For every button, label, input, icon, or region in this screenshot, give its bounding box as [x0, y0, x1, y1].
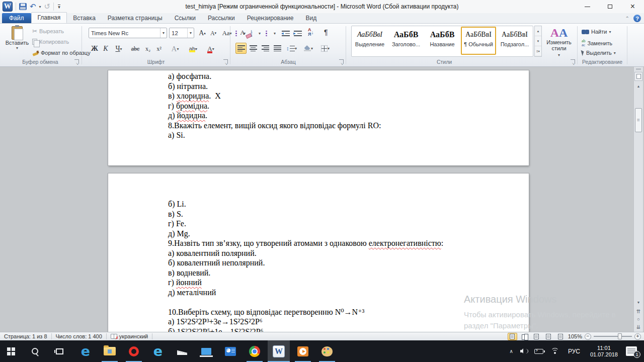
word-count[interactable]: Число слов: 1 400	[52, 332, 106, 340]
taskbar-internet-explorer[interactable]: e	[147, 340, 169, 362]
font-size-combobox[interactable]: 12▼	[169, 28, 194, 38]
vertical-scrollbar[interactable]: ▲ ▼ ⇈ ○ ⇊	[633, 67, 643, 332]
gallery-scroll-up-icon[interactable]: ▲	[535, 26, 541, 36]
style-tile-emphasis[interactable]: АаБбВвІ Выделение	[352, 27, 387, 55]
qat-customize-icon[interactable]: ▾	[58, 5, 60, 9]
show-paragraph-marks-button[interactable]: ¶	[324, 27, 328, 38]
undo-icon[interactable]: ↶	[30, 3, 36, 10]
start-button[interactable]	[0, 340, 22, 362]
input-language-indicator[interactable]: РУС	[563, 348, 585, 355]
taskbar-presentation-app[interactable]	[219, 340, 242, 362]
gallery-more-icon[interactable]: ≡▾	[535, 46, 541, 56]
font-family-combobox[interactable]: Times New Rc▼	[89, 28, 167, 38]
paragraph-dialog-launcher-icon[interactable]	[339, 59, 344, 64]
superscript-button[interactable]: x²	[154, 43, 164, 54]
scrollbar-thumb[interactable]	[635, 108, 642, 132]
text-highlight-button[interactable]: ab ▾	[185, 43, 201, 54]
select-browse-object-icon[interactable]: ○	[634, 315, 642, 323]
paste-button[interactable]: Вставить ▾	[4, 26, 30, 57]
font-dialog-launcher-icon[interactable]	[223, 59, 228, 64]
page-indicator[interactable]: Страница: 1 из 8	[0, 332, 51, 340]
bold-button[interactable]: Ж	[90, 43, 100, 54]
reading-view-button[interactable]	[520, 333, 529, 340]
taskbar-this-pc[interactable]	[195, 340, 217, 362]
taskbar-media-player[interactable]	[292, 340, 314, 362]
outline-view-button[interactable]	[544, 333, 553, 340]
wifi-icon[interactable]	[550, 348, 559, 354]
align-center-button[interactable]	[248, 43, 259, 54]
chevron-down-icon[interactable]: ▾	[120, 47, 122, 51]
align-left-button[interactable]	[235, 43, 247, 54]
tab-references[interactable]: Ссылки	[169, 13, 202, 23]
taskbar-search-button[interactable]	[24, 340, 46, 362]
draft-view-button[interactable]	[556, 333, 566, 340]
zoom-in-button[interactable]: +	[634, 333, 641, 340]
task-view-button[interactable]	[48, 340, 70, 362]
paste-dropdown-icon[interactable]: ▾	[4, 46, 30, 50]
next-page-icon[interactable]: ⇊	[634, 323, 642, 331]
taskbar-paint-app[interactable]	[316, 340, 338, 362]
taskbar-mail[interactable]	[171, 340, 193, 362]
chevron-down-icon[interactable]: ▼	[160, 28, 167, 38]
tab-file[interactable]: Файл	[2, 13, 31, 23]
justify-button[interactable]	[272, 43, 283, 54]
styles-dialog-launcher-icon[interactable]	[571, 59, 575, 64]
chevron-down-icon[interactable]: ▼	[187, 28, 194, 38]
replace-button[interactable]: abacЗаменить	[582, 39, 612, 47]
zoom-level[interactable]: 105%	[568, 333, 582, 339]
change-styles-button[interactable]: АА Изменить стили ▾	[543, 26, 575, 57]
print-layout-view-button[interactable]	[508, 333, 517, 340]
word-app-icon[interactable]: W	[3, 2, 13, 12]
borders-button[interactable]: ▾	[321, 43, 330, 54]
bullets-button[interactable]: ▾	[235, 28, 246, 39]
previous-page-icon[interactable]: ⇈	[634, 307, 642, 315]
style-tile-heading[interactable]: АаБбВ Заголово...	[388, 27, 424, 55]
proofing-status[interactable]: украинский	[107, 332, 152, 340]
format-painter-button[interactable]: Формат по образцу	[32, 50, 91, 56]
scroll-up-icon[interactable]: ▲	[634, 82, 642, 90]
split-handle[interactable]	[636, 68, 641, 70]
web-layout-view-button[interactable]	[532, 333, 541, 340]
taskbar-opera[interactable]	[123, 340, 145, 362]
tab-home[interactable]: Главная	[31, 12, 67, 23]
zoom-slider[interactable]	[594, 336, 632, 337]
taskbar-chrome[interactable]	[244, 340, 266, 362]
undo-dropdown-icon[interactable]: ▾	[39, 5, 41, 9]
strikethrough-button[interactable]: abc	[129, 43, 142, 54]
underline-button[interactable]: Ч▾	[112, 43, 126, 54]
clipboard-dialog-launcher-icon[interactable]	[74, 59, 79, 64]
tab-view[interactable]: Вид	[299, 13, 323, 23]
sort-button[interactable]: АЯ↓	[308, 27, 314, 38]
tab-page-layout[interactable]: Разметка страницы	[102, 13, 169, 23]
ruler-toggle-button[interactable]	[634, 72, 642, 81]
numbering-button[interactable]: 123▾	[251, 28, 261, 39]
zoom-slider-thumb[interactable]	[618, 333, 622, 339]
taskbar-edge[interactable]: e	[74, 340, 97, 362]
italic-button[interactable]: К	[101, 43, 111, 54]
tray-expand-icon[interactable]: ∧	[506, 348, 517, 354]
taskbar-file-explorer[interactable]	[99, 340, 121, 362]
subscript-button[interactable]: x₂	[143, 43, 153, 54]
chevron-down-icon[interactable]: ▾	[212, 47, 214, 51]
style-tile-title[interactable]: АаБбВ Название	[425, 27, 460, 55]
grow-font-button[interactable]: А▴	[197, 28, 207, 39]
volume-icon[interactable]	[520, 348, 528, 354]
close-button[interactable]: ×	[621, 0, 644, 13]
zoom-out-button[interactable]: −	[585, 333, 591, 340]
action-center-button[interactable]: 1	[626, 346, 637, 356]
tab-mailings[interactable]: Рассылки	[202, 13, 241, 23]
scroll-down-icon[interactable]: ▼	[634, 298, 642, 306]
increase-indent-button[interactable]	[294, 28, 302, 39]
multilevel-list-button[interactable]: ▾	[266, 28, 276, 39]
minimize-button[interactable]	[576, 0, 599, 13]
shrink-font-button[interactable]: А▾	[208, 28, 218, 39]
taskbar-word-active[interactable]: W	[268, 340, 290, 362]
restore-button[interactable]	[599, 0, 621, 13]
select-button[interactable]: Выделить▾	[582, 50, 616, 56]
gallery-scroll-down-icon[interactable]: ▼	[535, 36, 541, 46]
document-page-1[interactable]: а) фосфатна.б) нітратна.в) хлоридна. Хг)…	[108, 70, 529, 165]
save-icon[interactable]	[19, 3, 27, 10]
clock[interactable]: 11:01 01.07.2018	[585, 345, 623, 358]
chevron-down-icon[interactable]: ▾	[195, 47, 197, 51]
decrease-indent-button[interactable]	[282, 28, 290, 39]
